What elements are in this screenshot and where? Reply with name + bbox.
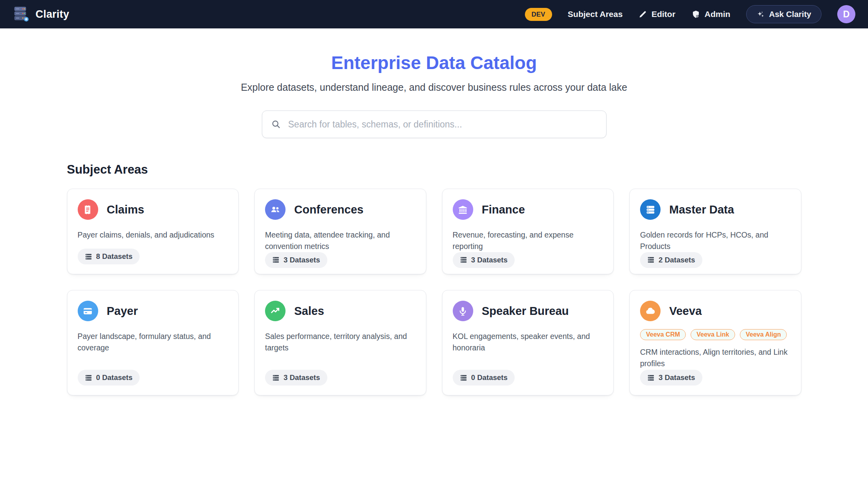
card-sales[interactable]: Sales Sales performance, territory analy… — [254, 290, 426, 395]
hero-section: Enterprise Data Catalog Explore datasets… — [0, 52, 868, 138]
card-speaker-bureau[interactable]: Speaker Bureau KOL engagements, speaker … — [442, 290, 614, 395]
nav-link-editor-label: Editor — [651, 9, 676, 19]
nav-link-subject-areas[interactable]: Subject Areas — [568, 9, 623, 19]
card-title: Conferences — [294, 203, 364, 216]
card-title: Payer — [107, 305, 138, 318]
card-title: Sales — [294, 305, 324, 318]
page-subtitle: Explore datasets, understand lineage, an… — [0, 82, 868, 93]
datasets-count: 0 Datasets — [96, 373, 133, 382]
user-avatar[interactable]: D — [837, 5, 855, 23]
datasets-count: 0 Datasets — [471, 373, 508, 382]
datasets-badge: 0 Datasets — [453, 370, 515, 386]
subject-areas-section: Subject Areas Claims Payer claims, denia… — [67, 163, 801, 395]
nav-link-admin-label: Admin — [705, 9, 730, 19]
card-title: Master Data — [669, 203, 734, 216]
cloud-icon — [640, 301, 661, 321]
nav-link-editor[interactable]: Editor — [638, 9, 676, 19]
datasets-badge: 3 Datasets — [265, 252, 327, 268]
datasets-icon — [460, 374, 467, 382]
microphone-icon — [453, 301, 473, 321]
ask-clarity-button[interactable]: Ask Clarity — [746, 5, 821, 23]
users-icon — [265, 199, 286, 220]
search-bar — [262, 110, 607, 138]
section-heading: Subject Areas — [67, 163, 801, 177]
search-input[interactable] — [262, 110, 607, 138]
datasets-icon — [647, 256, 655, 264]
card-description: Revenue, forecasting, and expense report… — [453, 229, 603, 252]
card-finance[interactable]: Finance Revenue, forecasting, and expens… — [442, 189, 614, 274]
datasets-badge: 2 Datasets — [640, 252, 702, 268]
datasets-icon — [647, 374, 655, 382]
datasets-badge: 3 Datasets — [265, 370, 327, 386]
avatar-initial: D — [843, 9, 850, 20]
card-description: CRM interactions, Align territories, and… — [640, 346, 791, 369]
trending-up-icon — [265, 301, 286, 321]
receipt-icon — [78, 199, 98, 220]
card-description: Meeting data, attendee tracking, and con… — [265, 229, 416, 252]
card-claims[interactable]: Claims Payer claims, denials, and adjudi… — [67, 189, 239, 274]
datasets-icon — [272, 256, 280, 264]
tag-veeva-link: Veeva Link — [691, 329, 735, 340]
card-grid: Claims Payer claims, denials, and adjudi… — [67, 189, 801, 395]
pencil-icon — [638, 10, 647, 19]
card-description: Golden records for HCPs, HCOs, and Produ… — [640, 229, 791, 252]
datasets-icon — [85, 374, 92, 382]
datasets-count: 8 Datasets — [96, 252, 133, 261]
datasets-badge: 3 Datasets — [453, 252, 515, 268]
sparkles-icon — [756, 10, 765, 19]
datasets-badge: 8 Datasets — [78, 249, 140, 264]
datasets-badge: 3 Datasets — [640, 370, 702, 386]
env-dev-badge: DEV — [525, 8, 552, 21]
top-navbar: Clarity DEV Subject Areas Editor Ad — [0, 0, 868, 28]
card-master-data[interactable]: Master Data Golden records for HCPs, HCO… — [629, 189, 801, 274]
card-title: Speaker Bureau — [482, 305, 569, 318]
nav-link-subject-areas-label: Subject Areas — [568, 9, 623, 19]
datasets-icon — [460, 256, 467, 264]
bank-icon — [453, 199, 473, 220]
datasets-count: 3 Datasets — [284, 373, 320, 382]
datasets-badge: 0 Datasets — [78, 370, 140, 386]
datasets-icon — [85, 253, 92, 260]
database-logo-icon — [13, 6, 30, 23]
ask-clarity-label: Ask Clarity — [769, 9, 811, 19]
credit-card-icon — [78, 301, 98, 321]
veeva-tags: Veeva CRM Veeva Link Veeva Align — [640, 329, 791, 340]
datasets-icon — [272, 374, 280, 382]
card-title: Finance — [482, 203, 525, 216]
nav-link-admin[interactable]: Admin — [691, 9, 730, 19]
datasets-count: 2 Datasets — [659, 256, 695, 264]
shield-icon — [691, 10, 700, 19]
card-title: Veeva — [669, 305, 702, 318]
card-conferences[interactable]: Conferences Meeting data, attendee track… — [254, 189, 426, 274]
card-description: Payer claims, denials, and adjudications — [78, 229, 228, 241]
card-description: Payer landscape, formulary status, and c… — [78, 331, 228, 354]
card-payer[interactable]: Payer Payer landscape, formulary status,… — [67, 290, 239, 395]
brand[interactable]: Clarity — [13, 6, 69, 23]
tag-veeva-crm: Veeva CRM — [640, 329, 686, 340]
brand-name: Clarity — [35, 8, 69, 21]
card-veeva[interactable]: Veeva Veeva CRM Veeva Link Veeva Align C… — [629, 290, 801, 395]
datasets-count: 3 Datasets — [284, 256, 320, 264]
tag-veeva-align: Veeva Align — [740, 329, 787, 340]
card-title: Claims — [107, 203, 144, 216]
page-title: Enterprise Data Catalog — [0, 52, 868, 73]
server-icon — [640, 199, 661, 220]
card-description: Sales performance, territory analysis, a… — [265, 331, 416, 354]
datasets-count: 3 Datasets — [471, 256, 508, 264]
datasets-count: 3 Datasets — [659, 373, 695, 382]
card-description: KOL engagements, speaker events, and hon… — [453, 331, 603, 354]
